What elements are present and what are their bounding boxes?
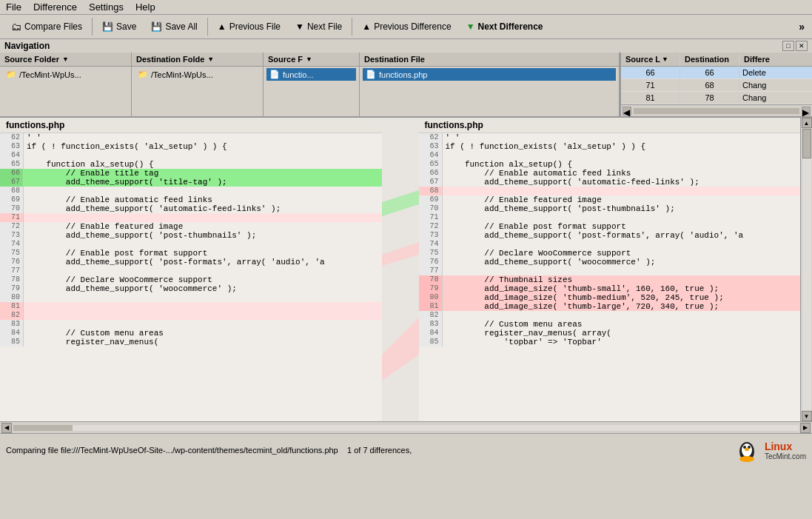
code-line: 85 'topbar' => 'Topbar' [419,338,801,346]
toolbar: 🗂 Compare Files 💾 Save 💾 Save All ▲ Prev… [0,15,812,39]
scroll-up-btn[interactable]: ▲ [802,118,812,128]
code-line: 71 [419,213,801,222]
code-line: 73 add_theme_support( 'post-formats', ar… [419,231,801,240]
diff-row[interactable]: 81 78 Chang [621,92,812,104]
menu-settings[interactable]: Settings [89,1,124,13]
nav-col-source-folder: Source Folder ▼ 📁 /TecMint-WpUs... [0,53,132,116]
nav-close-button[interactable]: ✕ [796,41,808,51]
code-line: 73 add_theme_support( 'post-thumbnails' … [0,231,382,240]
diff-type: Chang [739,79,812,91]
right-file-panel: functions.php 62 ' ' 63 if ( ! function_… [419,118,801,421]
code-line: 83 [0,320,382,329]
penguin-icon [732,435,762,465]
code-line: 74 [0,240,382,249]
toolbar-separator-2 [207,18,208,36]
diff-type: Delete [739,67,812,78]
save-button[interactable]: 💾 Save [95,19,143,35]
nav-col-dest-folder: Destination Folde ▼ 📁 /TecMint-WpUs... [132,53,264,116]
scrollbar-thumb-area[interactable] [802,129,811,410]
scroll-down-btn[interactable]: ▼ [802,411,812,421]
svg-marker-0 [382,190,419,216]
code-line: 76 add_theme_support( 'post-formats', ar… [0,258,382,267]
code-line: 67 add_theme_support( 'automatic-feed-li… [419,178,801,187]
dest-line-header[interactable]: Destination [680,53,739,67]
code-line: 69 // Enable automatic feed links [0,195,382,204]
code-line: 68 [0,187,382,195]
nav-col-source-file: Source F ▼ 📄 functio... [264,53,360,116]
dest-file-item[interactable]: 📄 functions.php [363,68,616,81]
folder-icon: 📁 [6,70,16,79]
code-line: 79 add_theme_support( 'woocommerce' ); [0,284,382,293]
left-code-area[interactable]: 62 ' ' 63 if ( ! function_exists( 'alx_s… [0,133,382,421]
nav-scrollbar[interactable]: ◀ ▶ [621,104,812,116]
diff-source-line: 66 [621,67,680,78]
nav-controls: □ ✕ [782,41,808,51]
nav-source-file-header[interactable]: Source F ▼ [264,53,359,67]
statusbar-text: Comparing file file:///TecMint-WpUseOf-S… [6,446,412,455]
code-line: 82 [419,311,801,320]
diff-dest-line: 78 [680,92,739,104]
prev-file-button[interactable]: ▲ Previous File [211,19,287,35]
nav-restore-button[interactable]: □ [782,41,794,51]
scroll-right-btn[interactable]: ▶ [802,107,811,115]
code-line: 70 add_theme_support( 'automatic-feed-li… [0,204,382,213]
h-scrollbar-thumb[interactable] [13,425,73,431]
save-icon: 💾 [102,21,113,32]
source-line-sort-icon: ▼ [662,56,668,63]
code-line: 75 // Declare WooCommerce support [419,249,801,258]
scrollbar-thumb[interactable] [802,129,811,158]
logo-linux: Linux [765,441,792,452]
code-line: 72 // Enable featured image [0,222,382,231]
code-line: 65 function alx_setup() { [419,160,801,169]
next-file-button[interactable]: ▼ Next File [289,19,349,35]
scrollbar-track[interactable] [634,108,799,114]
code-line-changed: 79 add_image_size( 'thumb-small', 160, 1… [419,284,801,293]
right-code-area[interactable]: 62 ' ' 63 if ( ! function_exists( 'alx_s… [419,133,801,421]
left-file-title: functions.php [0,118,382,133]
code-line-deleted: 67 add_theme_support( 'title-tag' ); [0,178,382,187]
source-file-item[interactable]: 📄 functio... [266,68,356,81]
menu-difference[interactable]: Difference [33,1,77,13]
source-line-header[interactable]: Source L ▼ [621,53,680,67]
nav-diff-body: 66 66 Delete 71 68 Chang 81 78 Chang [621,67,812,104]
diff-row[interactable]: 66 66 Delete [621,67,812,79]
nav-dest-folder-header[interactable]: Destination Folde ▼ [132,53,263,67]
code-line: 72 // Enable post format support [419,222,801,231]
diff-type: Chang [739,92,812,104]
horizontal-scrollbar[interactable]: ◀ ▶ [0,421,812,433]
code-line: 65 function alx_setup() { [0,160,382,169]
toolbar-overflow[interactable]: » [796,19,808,35]
navigation-panel: Navigation □ ✕ Source Folder ▼ 📁 /TecMin… [0,39,812,118]
next-diff-button[interactable]: ▼ Next Difference [460,19,550,35]
nav-source-folder-header[interactable]: Source Folder ▼ [0,53,131,67]
dest-folder-item[interactable]: 📁 /TecMint-WpUs... [135,68,260,81]
file-icon-2: 📄 [366,70,376,79]
code-line-changed: 81 [0,302,382,311]
save-all-icon: 💾 [151,21,162,32]
diff-row[interactable]: 71 68 Chang [621,79,812,92]
source-folder-item[interactable]: 📁 /TecMint-WpUs... [3,68,128,81]
scroll-left-btn[interactable]: ◀ [1,423,12,433]
save-all-button[interactable]: 💾 Save All [144,19,204,35]
scroll-right-btn[interactable]: ▶ [800,423,811,433]
menu-help[interactable]: Help [135,1,155,13]
code-line: 63 if ( ! function_exists( 'alx_setup' )… [419,142,801,151]
connector-svg [382,118,419,421]
code-line: 84 register_nav_menus( array( [419,329,801,338]
code-line-changed: 81 add_image_size( 'thumb-large', 720, 3… [419,302,801,311]
prev-diff-button[interactable]: ▲ Previous Difference [355,19,457,35]
scroll-left-btn[interactable]: ◀ [623,107,631,115]
diff-dest-line: 68 [680,79,739,91]
h-scrollbar-track[interactable] [13,425,799,431]
compare-files-button[interactable]: 🗂 Compare Files [4,18,89,36]
menu-file[interactable]: File [6,1,21,13]
nav-header: Navigation □ ✕ [0,39,812,53]
nav-dest-file-header[interactable]: Destination File [360,53,619,67]
right-scrollbar[interactable]: ▲ ▼ [800,118,812,421]
file-icon: 📄 [269,70,280,79]
code-line-changed: 82 [0,311,382,320]
nav-col-dest-file: Destination File 📄 functions.php [360,53,620,116]
diff-type-header[interactable]: Differe [739,53,812,67]
code-line: 62 ' ' [0,133,382,142]
compare-files-icon: 🗂 [11,21,21,33]
